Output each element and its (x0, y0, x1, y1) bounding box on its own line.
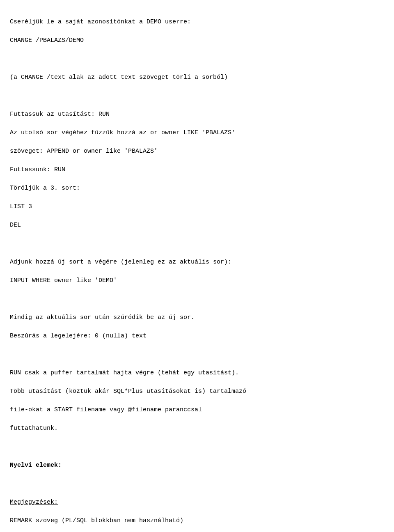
line9: Futtassunk: RUN (10, 166, 65, 173)
nyelvi-elemek-heading: Nyelvi elemek: (10, 462, 62, 469)
line14: Adjunk hozzá új sort a végére (jelenleg … (10, 259, 231, 266)
line21: Több utasítást (köztük akár SQL*Plus uta… (10, 388, 246, 395)
line20: RUN csak a puffer tartalmát hajta végre … (10, 369, 239, 376)
line2: CHANGE /PBALAZS/DEMO (10, 37, 84, 44)
line7: Az utolsó sor végéhez fűzzük hozzá az or… (10, 129, 235, 136)
line4: (a CHANGE /text alak az adott text szöve… (10, 74, 228, 81)
line11: LIST 3 (10, 203, 32, 210)
line17: Mindig az aktuális sor után szúródik be … (10, 314, 195, 321)
line1: Cseréljük le a saját azonosítónkat a DEM… (10, 18, 191, 25)
line15: INPUT WHERE owner like 'DEMO' (10, 277, 117, 284)
line28: REMARK szoveg (PL/SQL blokkban nem haszn… (10, 517, 183, 524)
line10: Töröljük a 3. sort: (10, 185, 80, 192)
megjegyzesek-heading: Megjegyzések: (10, 499, 58, 506)
main-content: Cseréljük le a saját azonosítónkat a DEM… (10, 8, 384, 532)
line12: DEL (10, 222, 21, 229)
line8: szöveget: APPEND or owner like 'PBALAZS' (10, 148, 158, 155)
line18: Beszúrás a legelejére: 0 (nulla) text (10, 332, 147, 339)
line23: futtathatunk. (10, 425, 58, 432)
line6: Futtassuk az utasítást: RUN (10, 111, 110, 118)
line22: file-okat a START filename vagy @filenam… (10, 406, 202, 413)
